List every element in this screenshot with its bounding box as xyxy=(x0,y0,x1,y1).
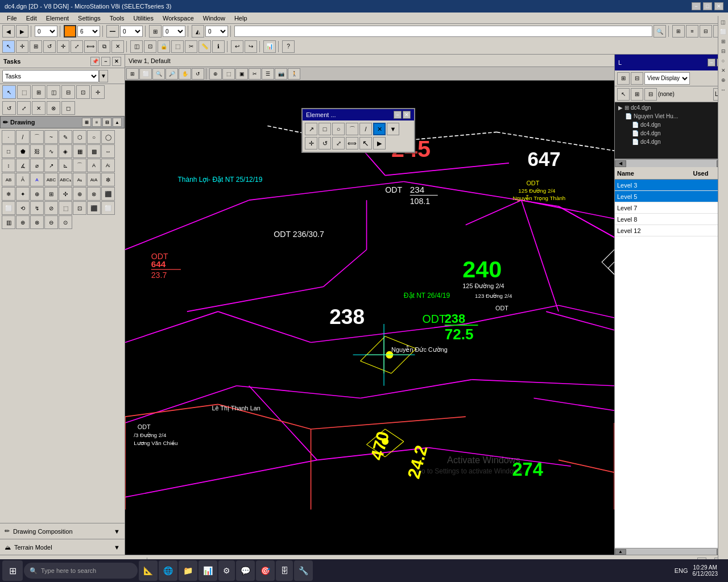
scale-btn[interactable]: ⤢ xyxy=(71,40,83,53)
et-close[interactable]: ✕ xyxy=(403,111,411,119)
vt-win2[interactable]: ⬚ xyxy=(222,68,235,80)
level-item-3[interactable]: Level 3 xyxy=(615,180,728,191)
move-btn[interactable]: ✛ xyxy=(57,40,69,53)
et-rotate-icon[interactable]: ↺ xyxy=(318,137,331,149)
dt-ref3[interactable]: ⟲ xyxy=(16,201,30,215)
rs-icon8[interactable]: ↔ xyxy=(719,86,727,94)
tasks-arrow-btn[interactable]: ▼ xyxy=(99,70,108,82)
vt-pan[interactable]: ✋ xyxy=(179,68,191,80)
dt-sym2[interactable]: ❄ xyxy=(2,187,15,201)
et-delete-icon[interactable]: ✕ xyxy=(373,123,386,135)
et-rect-icon[interactable]: □ xyxy=(318,123,331,135)
dt-cnstr4[interactable]: ⊗ xyxy=(87,187,101,201)
dt-view2[interactable]: ⊗ xyxy=(30,215,44,229)
taskbar-app1[interactable]: ⚙ xyxy=(218,560,235,581)
delete-btn[interactable]: ✕ xyxy=(111,40,124,53)
vt-zoom-in[interactable]: 🔍 xyxy=(152,68,165,80)
et-arrow-icon[interactable]: ▶ xyxy=(373,137,386,149)
vt-win[interactable]: ⬜ xyxy=(139,68,152,80)
tool-r5[interactable]: ◻ xyxy=(61,101,75,115)
vt-rotate[interactable]: ↺ xyxy=(192,68,204,80)
close-button[interactable]: ✕ xyxy=(714,2,723,10)
vt-level[interactable]: ☰ xyxy=(262,68,274,80)
dt-cnstr3[interactable]: ⊕ xyxy=(73,187,86,201)
dt-poly2[interactable]: ⬟ xyxy=(16,144,30,158)
taskbar-excel[interactable]: 📊 xyxy=(198,560,217,581)
et-scale-icon[interactable]: ⤢ xyxy=(332,137,345,149)
prop-btn3[interactable]: ⊟ xyxy=(700,25,712,38)
select-btn[interactable]: ↖ xyxy=(2,40,15,53)
rps-btn2[interactable]: ⊞ xyxy=(631,88,643,101)
fill-icon[interactable]: ◭ xyxy=(192,25,204,38)
levels-list[interactable]: Level 3 Level 5 Level 7 Level 8 Level 12 xyxy=(615,180,728,548)
menu-workspace[interactable]: Workspace xyxy=(158,14,198,23)
vt-camera[interactable]: 📷 xyxy=(275,68,287,80)
rs-icon2[interactable]: ⬜ xyxy=(719,28,727,36)
menu-help[interactable]: Help xyxy=(230,14,252,23)
vt-3d[interactable]: ▣ xyxy=(235,68,248,80)
dt-arc[interactable]: ⌒ xyxy=(30,130,44,144)
dt-poly[interactable]: ⬡ xyxy=(73,130,86,144)
dt-ref5[interactable]: ⊘ xyxy=(44,201,58,215)
et-select-icon[interactable]: ↗ xyxy=(305,123,317,135)
file-tree-item-dc4-2[interactable]: 📄 dc4.dgn xyxy=(630,120,727,129)
dt-txt4[interactable]: Ā xyxy=(16,173,30,186)
tasks-min-btn[interactable]: − xyxy=(101,57,110,66)
dt-place3[interactable]: ⬛ xyxy=(87,201,101,215)
dt-cnstr1[interactable]: ⊞ xyxy=(44,187,58,201)
search-input[interactable] xyxy=(234,26,652,37)
dt-ref1[interactable]: ⬛ xyxy=(101,187,115,201)
dt-ref2[interactable]: ⬜ xyxy=(2,201,15,215)
file-tree[interactable]: ▶ ⊞ dc4.dgn 📄 Nguyen Viet Hu... 📄 dc4.dg… xyxy=(615,102,728,159)
drawing-composition-item[interactable]: ✏ Drawing Composition ▼ xyxy=(0,523,125,539)
tool-grp4[interactable]: ⊡ xyxy=(76,85,90,99)
minimize-button[interactable]: − xyxy=(692,2,701,10)
et-circle-icon[interactable]: ○ xyxy=(332,123,345,135)
dt-txt3[interactable]: AB xyxy=(2,173,15,186)
dt-curve[interactable]: ~ xyxy=(44,130,58,144)
chart-btn[interactable]: 📊 xyxy=(263,40,276,53)
linestyle-icon[interactable]: ━━ xyxy=(106,25,119,38)
rotate-btn[interactable]: ↺ xyxy=(43,40,56,53)
dt-cnstr2[interactable]: ✣ xyxy=(59,187,72,201)
start-button[interactable]: ⊞ xyxy=(2,560,23,581)
rpt-btn1[interactable]: ⊞ xyxy=(617,72,630,85)
menu-element[interactable]: Element xyxy=(42,14,73,23)
drawing-grid-btn[interactable]: ⊞ xyxy=(82,118,91,127)
rs-icon5[interactable]: ○ xyxy=(719,57,727,65)
info-btn[interactable]: ℹ xyxy=(212,40,225,53)
dt-dim1[interactable]: ↔ xyxy=(101,144,115,158)
copy-btn[interactable]: ⧉ xyxy=(98,40,110,53)
arrow-btn2[interactable]: ▶ xyxy=(16,25,28,38)
level-item-12[interactable]: Level 12 xyxy=(615,225,728,236)
dt-b-spline[interactable]: ∿ xyxy=(44,144,58,158)
tool-fence[interactable]: ⬚ xyxy=(17,85,31,99)
taskbar-app3[interactable]: 🗄 xyxy=(276,560,293,581)
et-arc-icon[interactable]: ⌒ xyxy=(346,123,358,135)
dt-fill[interactable]: ▩ xyxy=(87,144,101,158)
terrain-model-item[interactable]: ⛰ Terrain Model ▼ xyxy=(0,539,125,555)
rps-btn3[interactable]: ⊟ xyxy=(644,88,657,101)
dt-dim3[interactable]: ∡ xyxy=(16,159,30,172)
dt-note2[interactable]: ABC₁ xyxy=(59,173,72,186)
vt-fit2[interactable]: ⊕ xyxy=(209,68,222,80)
drawing-section-header[interactable]: ✏ Drawing ⊞ ≡ ⊟ ▲ xyxy=(0,116,125,128)
tool-r4[interactable]: ⊗ xyxy=(47,101,60,115)
levels-scroll-up[interactable]: ▲ xyxy=(615,549,626,555)
dt-place5[interactable]: ▥ xyxy=(2,215,15,229)
taskbar-explorer[interactable]: 📁 xyxy=(179,560,197,581)
dt-freehand[interactable]: ✎ xyxy=(59,130,72,144)
arrow-btn[interactable]: ◀ xyxy=(2,25,15,38)
dt-dim6[interactable]: ⊾ xyxy=(59,159,72,172)
grid-icon[interactable]: ⊞ xyxy=(149,25,162,38)
taskbar-app2[interactable]: 🎯 xyxy=(256,560,275,581)
tool-select[interactable]: ↖ xyxy=(2,85,16,99)
dt-view4[interactable]: ⊙ xyxy=(59,215,72,229)
tasks-select[interactable]: Tasks xyxy=(2,70,99,82)
taskbar-app4[interactable]: 🔧 xyxy=(294,560,313,581)
scroll-left-btn[interactable]: ◀ xyxy=(615,160,626,167)
et-mirror-icon[interactable]: ⟺ xyxy=(346,137,358,149)
undo-btn[interactable]: ↩ xyxy=(231,40,243,53)
tool-grp1[interactable]: ⊞ xyxy=(32,85,46,99)
menu-settings[interactable]: Settings xyxy=(73,14,105,23)
